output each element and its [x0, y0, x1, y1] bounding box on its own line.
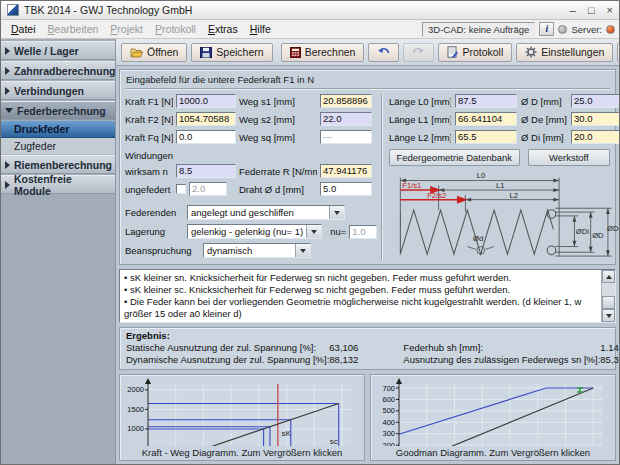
chevron-down-icon[interactable] — [295, 244, 310, 257]
undo-button[interactable] — [368, 43, 399, 62]
weg-sq-input[interactable]: --- — [320, 130, 372, 144]
de-input[interactable]: 30.0 — [571, 112, 620, 126]
laenge-l1-label: Länge L1 [mm] — [389, 114, 451, 125]
federenden-label: Federenden — [125, 207, 187, 218]
menu-projekt[interactable]: Projekt — [104, 21, 149, 37]
federrate-label: Federrate R [N/mm] — [239, 166, 317, 177]
chevron-down-icon[interactable] — [306, 225, 321, 238]
svg-text:500: 500 — [382, 406, 395, 415]
info-button[interactable]: i — [539, 22, 554, 36]
weg-s2-input[interactable]: 22.0 — [320, 112, 372, 126]
protokoll-button[interactable]: Protokoll — [438, 43, 512, 62]
chevron-right-icon — [5, 181, 10, 189]
di-label: Ø Di [mm] — [521, 132, 567, 143]
svg-text:1000: 1000 — [127, 424, 144, 433]
menubar: Datei Bearbeiten Projekt Protokoll Extra… — [1, 20, 619, 39]
werkstoff-button[interactable]: Werkstoff — [528, 149, 610, 166]
document-icon — [447, 46, 458, 58]
warning-line: • Die Feder kann bei der vorliegenden Ge… — [124, 296, 597, 320]
kraft-f1-label: Kraft F1 [N] — [125, 96, 173, 107]
calculator-icon — [290, 47, 301, 58]
goodman-chart-panel[interactable]: 0100200300400500600700010020030040050060… — [370, 374, 616, 461]
scroll-down-button[interactable] — [602, 309, 615, 322]
kraft-fq-input[interactable]: 0.0 — [176, 130, 236, 144]
kraft-weg-chart-panel[interactable]: 051015202530350500100015002000s1s2sKsnsc… — [119, 374, 365, 461]
app-logo-icon — [7, 4, 19, 16]
laenge-l2-input[interactable]: 65.5 — [455, 130, 517, 144]
kraft-weg-chart[interactable]: 051015202530350500100015002000s1s2sKsnsc — [122, 377, 362, 446]
kraft-weg-chart-caption: Kraft - Weg Diagramm. Zum Vergrößern kli… — [142, 446, 342, 460]
scroll-thumb[interactable] — [602, 296, 615, 309]
warning-line: • sK kleiner sc. Knicksicherheit für Fed… — [124, 284, 597, 296]
beanspruchung-select[interactable]: dynamisch — [203, 243, 311, 258]
close-button[interactable]: × — [607, 5, 613, 16]
chevron-right-icon — [5, 47, 10, 55]
dim-l0-label: L0 — [477, 171, 486, 180]
lagerung-label: Lagerung — [125, 226, 187, 237]
svg-text:sK: sK — [282, 429, 292, 438]
sidebar-nav: Welle / Lager Zahnradberechnung Verbindu… — [1, 39, 116, 464]
sidebar-item-zugfeder[interactable]: Zugfeder — [1, 138, 115, 155]
sidebar-item-welle-lager[interactable]: Welle / Lager — [1, 41, 115, 60]
ungefedert-label: ungefedert — [125, 184, 173, 195]
sidebar-item-riemenberechnung[interactable]: Riemenberechnung — [1, 155, 115, 174]
federenden-select[interactable]: angelegt und geschliffen — [187, 205, 345, 220]
svg-text:600: 600 — [382, 395, 395, 404]
sidebar-item-druckfeder[interactable]: Druckfeder — [1, 121, 115, 138]
calculate-button[interactable]: Berechnen — [281, 43, 365, 62]
ungefedert-input[interactable]: 2.0 — [189, 182, 227, 196]
redo-button[interactable] — [403, 43, 434, 62]
federrate-input[interactable]: 47.941176 — [320, 164, 372, 178]
nu-input[interactable]: 1.0 — [349, 225, 377, 239]
menu-hilfe[interactable]: Hilfe — [244, 21, 277, 37]
draht-label: Draht Ø d [mm] — [239, 184, 317, 195]
sidebar-item-federberechnung[interactable]: Federberechnung — [1, 101, 115, 120]
draht-input[interactable]: 5.0 — [320, 182, 372, 196]
maximize-button[interactable]: □ — [588, 5, 595, 16]
federgeometrie-datenbank-button[interactable]: Federgeometrie Datenbank — [389, 149, 520, 166]
results-title: Ergebnis: — [126, 330, 609, 341]
menu-bearbeiten[interactable]: Bearbeiten — [42, 21, 105, 37]
menu-extras[interactable]: Extras — [202, 21, 244, 37]
menu-protokoll[interactable]: Protokoll — [149, 21, 202, 37]
scroll-up-button[interactable] — [602, 270, 615, 283]
laenge-l0-label: Länge L0 [mm] — [389, 96, 451, 107]
lagerung-select[interactable]: gelenkig - gelenkig (nu= 1) — [187, 224, 322, 239]
weg-s1-input[interactable]: 20.858896 — [320, 94, 372, 108]
chevron-right-icon — [5, 161, 10, 169]
laenge-l1-input[interactable]: 66.641104 — [455, 112, 517, 126]
chevron-down-icon[interactable] — [329, 206, 344, 219]
sidebar-item-zahnradberechnung[interactable]: Zahnradberechnung — [1, 61, 115, 80]
kraft-fq-label: Kraft Fq [N] — [125, 132, 173, 143]
svg-text:sc: sc — [330, 437, 338, 446]
svg-text:2000: 2000 — [127, 385, 144, 394]
chevron-right-icon — [5, 67, 10, 75]
wirksam-n-input[interactable]: 8.5 — [176, 164, 236, 178]
ungefedert-checkbox[interactable] — [176, 184, 186, 194]
d-input[interactable]: 25.0 — [571, 94, 620, 108]
minimize-button[interactable]: – — [570, 5, 576, 16]
svg-text:300: 300 — [382, 429, 395, 438]
laenge-l0-input[interactable]: 87.5 — [455, 94, 517, 108]
save-button[interactable]: Speichern — [191, 43, 272, 62]
svg-text:1500: 1500 — [127, 405, 144, 414]
laenge-l2-label: Länge L2 [mm] — [389, 132, 451, 143]
svg-text:200: 200 — [382, 441, 395, 446]
cad-status-led — [558, 25, 567, 34]
settings-button[interactable]: Einstellungen — [516, 43, 613, 62]
sidebar-item-kostenfreie-module[interactable]: Kostenfreie Module — [1, 175, 115, 194]
menu-datei[interactable]: Datei — [5, 21, 42, 37]
dim-de-label: ØDe — [607, 224, 620, 233]
svg-text:700: 700 — [382, 384, 395, 393]
warnings-scrollbar[interactable] — [601, 270, 615, 322]
warnings-box[interactable]: • sK kleiner sn. Knicksicherheit für Fed… — [119, 269, 616, 323]
dim-d-label: Ød — [473, 234, 483, 243]
results-panel: Ergebnis: Statische Ausnutzung der zul. … — [119, 327, 616, 370]
goodman-chart[interactable]: 0100200300400500600700010020030040050060… — [373, 377, 613, 446]
sidebar-item-verbindungen[interactable]: Verbindungen — [1, 81, 115, 100]
dim-l1-label: L1 — [496, 181, 505, 190]
open-button[interactable]: Öffnen — [121, 43, 187, 62]
di-input[interactable]: 20.0 — [571, 130, 620, 144]
kraft-f1-input[interactable]: 1000.0 — [176, 94, 236, 108]
kraft-f2-input[interactable]: 1054.70588 — [176, 112, 236, 126]
